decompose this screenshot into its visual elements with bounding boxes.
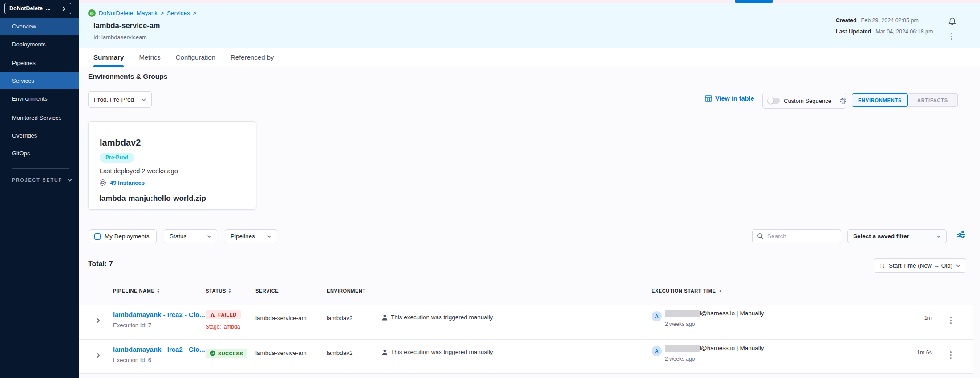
project-selector-label: DoNotDelete_... [9, 5, 50, 12]
gear-icon[interactable] [839, 97, 847, 105]
column-label: SERVICE [255, 288, 279, 293]
sidebar-item-gitops[interactable]: GitOps [0, 145, 79, 162]
deployment-row: lambdamayank - Irca2 - Clo... Execution … [79, 339, 973, 374]
saved-filter-dropdown[interactable]: Select a saved filter [847, 229, 947, 243]
artifact-name: lambda-manju:hello-world.zip [99, 194, 206, 203]
project-setup-section-toggle[interactable]: PROJECT SETUP [12, 177, 74, 183]
sidebar-item-environments[interactable]: Environments [0, 90, 79, 107]
chevron-down-icon [936, 235, 941, 238]
user-email: l@harness.io [700, 310, 735, 317]
column-label: PIPELINE NAME [113, 288, 154, 293]
sidebar-item-overview[interactable]: Overview [0, 18, 79, 35]
chevron-down-icon [67, 178, 73, 182]
sort-updown-icon: ↑↓ [879, 262, 885, 269]
view-in-table-link[interactable]: View in table [705, 95, 754, 102]
my-deployments-checkbox[interactable] [94, 233, 101, 240]
toggle-environments-button[interactable]: ENVIRONMENTS [852, 93, 908, 107]
instances-icon [99, 179, 106, 186]
page-title: lambda-service-am [93, 21, 160, 30]
filter-sliders-icon[interactable] [957, 230, 966, 240]
status-label: SUCCESS [218, 351, 243, 356]
environment-cell: lambdav2 [327, 315, 353, 321]
avatar: A [652, 346, 662, 356]
sort-both-icon: ▴▾ [157, 288, 159, 294]
duration: 1m [894, 315, 932, 321]
sidebar-item-label: Overrides [12, 132, 37, 139]
triggered-by: l@harness.io|Manually [700, 345, 764, 351]
environment-type-badge: Pre-Prod [100, 153, 134, 163]
redacted-username [665, 345, 700, 352]
status-label: FAILED [218, 312, 237, 317]
column-header-status[interactable]: STATUS ▴▾ [206, 288, 231, 294]
tab-summary[interactable]: Summary [93, 48, 124, 67]
my-deployments-label: My Deployments [105, 233, 150, 240]
pipelines-filter-dropdown[interactable]: Pipelines [225, 229, 277, 243]
sidebar-item-overrides[interactable]: Overrides [0, 127, 79, 144]
sidebar-item-label: Deployments [12, 41, 46, 48]
chevron-down-icon [142, 98, 146, 101]
chevron-down-icon [207, 235, 211, 238]
separator: | [735, 310, 740, 317]
trigger-type: Manually [740, 310, 764, 317]
warning-icon [210, 313, 215, 317]
column-header-pipeline-name[interactable]: PIPELINE NAME ▴▾ [113, 288, 159, 294]
execution-id: Execution Id: 6 [113, 357, 151, 363]
breadcrumb-project-link[interactable]: DoNotDelete_Mayank [99, 10, 158, 16]
status-filter-dropdown[interactable]: Status [164, 229, 217, 243]
tab-metrics[interactable]: Metrics [139, 48, 160, 67]
breadcrumb-separator: > [193, 10, 196, 16]
notification-bell-icon[interactable] [948, 17, 956, 28]
environment-name: lambdav2 [100, 138, 141, 148]
time-ago: 2 weeks ago [665, 356, 695, 362]
tab-configuration[interactable]: Configuration [176, 48, 215, 67]
toggle-artifacts-button[interactable]: ARTIFACTS [908, 93, 958, 107]
column-header-execution-start-time[interactable]: EXECUTION START TIME ▲ [652, 288, 723, 293]
breadcrumb: ∞ DoNotDelete_Mayank > Services > [88, 9, 196, 17]
project-selector[interactable]: DoNotDelete_... [4, 3, 71, 14]
content-right-edge [973, 252, 973, 378]
last-deployed-text: Last deployed 2 weeks ago [100, 167, 178, 175]
app-window: DoNotDelete_... Overview Deployments Pip… [0, 0, 980, 378]
environment-type-dropdown[interactable]: Prod, Pre-Prod [88, 91, 152, 108]
header-more-menu[interactable] [951, 33, 952, 40]
search-box [752, 229, 841, 243]
pipeline-name-link[interactable]: lambdamayank - Irca2 - Clo... [113, 311, 205, 318]
status-badge: FAILED [206, 310, 241, 319]
tab-referenced-by[interactable]: Referenced by [231, 48, 274, 67]
sort-order-dropdown[interactable]: ↑↓ Start Time (New → Old) [874, 258, 966, 273]
avatar: A [652, 311, 662, 321]
cd-module-icon: ∞ [88, 9, 96, 17]
pipeline-name-link[interactable]: lambdamayank - Irca2 - Clo... [113, 345, 205, 353]
instances-link[interactable]: 49 Instances [110, 179, 145, 186]
row-more-menu[interactable] [950, 351, 952, 359]
trigger-text: This execution was triggered manually [391, 349, 493, 355]
sidebar-item-deployments[interactable]: Deployments [0, 36, 79, 53]
row-more-menu[interactable] [950, 317, 952, 324]
expand-row-chevron[interactable] [96, 352, 100, 358]
search-input[interactable] [767, 233, 830, 240]
failed-stage-link[interactable]: Stage: lambda [206, 324, 240, 331]
instances-row: 49 Instances [99, 179, 145, 186]
environments-artifacts-toggle: ENVIRONMENTS ARTIFACTS [852, 93, 958, 107]
sidebar-item-services[interactable]: Services [0, 72, 79, 89]
created-value: Feb 29, 2024 02:05 pm [861, 17, 919, 24]
tab-bar: Summary Metrics Configuration Referenced… [79, 48, 980, 67]
sort-up-icon: ▲ [718, 289, 723, 293]
sidebar-divider [12, 168, 69, 169]
custom-sequence-toggle[interactable] [767, 98, 780, 104]
sidebar-item-monitored-services[interactable]: Monitored Services [0, 109, 79, 126]
expand-row-chevron[interactable] [96, 317, 100, 324]
breadcrumb-services-link[interactable]: Services [167, 10, 190, 16]
person-icon [382, 349, 388, 355]
table-icon [705, 95, 712, 102]
my-deployments-filter[interactable]: My Deployments [89, 229, 157, 243]
triggered-by: l@harness.io|Manually [700, 310, 764, 317]
duration: 1m 6s [894, 350, 932, 356]
project-setup-label: PROJECT SETUP [12, 177, 63, 183]
pipelines-filter-label: Pipelines [231, 233, 255, 240]
sidebar-item-label: Services [12, 77, 34, 84]
redacted-username [665, 310, 700, 317]
sidebar-item-pipelines[interactable]: Pipelines [0, 54, 79, 71]
column-label: EXECUTION START TIME [652, 288, 716, 293]
status-filter-label: Status [170, 233, 186, 240]
